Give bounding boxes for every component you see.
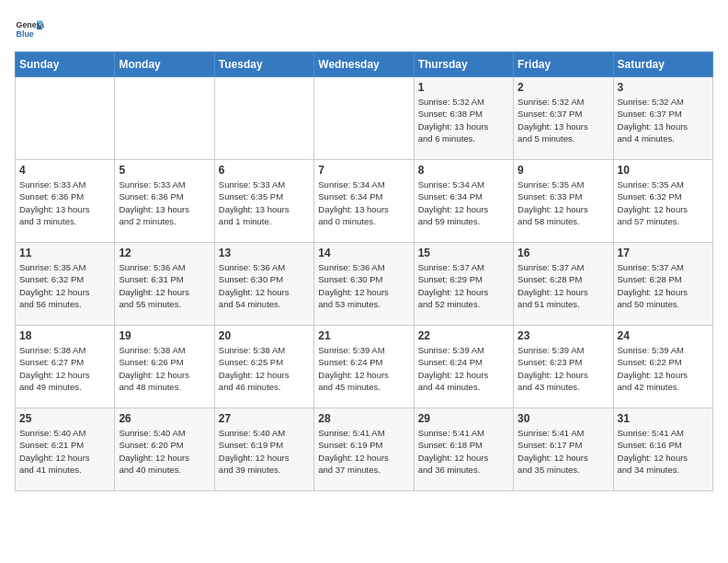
week-row-4: 18Sunrise: 5:38 AM Sunset: 6:27 PM Dayli… [16,326,713,408]
cell-2-6: 17Sunrise: 5:37 AM Sunset: 6:28 PM Dayli… [613,243,712,326]
cell-content: Sunrise: 5:36 AM Sunset: 6:30 PM Dayligh… [318,261,409,310]
cell-content: Sunrise: 5:37 AM Sunset: 6:28 PM Dayligh… [618,261,709,310]
day-number: 9 [518,164,609,177]
day-number: 13 [219,247,310,259]
cell-content: Sunrise: 5:41 AM Sunset: 6:19 PM Dayligh… [318,427,409,476]
header-tuesday: Tuesday [214,52,313,77]
week-row-2: 4Sunrise: 5:33 AM Sunset: 6:36 PM Daylig… [16,160,713,243]
cell-content: Sunrise: 5:35 AM Sunset: 6:32 PM Dayligh… [19,261,110,310]
cell-2-4: 15Sunrise: 5:37 AM Sunset: 6:29 PM Dayli… [414,243,513,326]
day-number: 12 [119,247,210,259]
cell-content: Sunrise: 5:40 AM Sunset: 6:21 PM Dayligh… [19,427,110,476]
cell-3-0: 18Sunrise: 5:38 AM Sunset: 6:27 PM Dayli… [16,326,115,408]
day-number: 2 [518,81,609,94]
cell-0-6: 3Sunrise: 5:32 AM Sunset: 6:37 PM Daylig… [613,77,712,160]
cell-3-4: 22Sunrise: 5:39 AM Sunset: 6:24 PM Dayli… [414,326,513,408]
cell-4-5: 30Sunrise: 5:41 AM Sunset: 6:17 PM Dayli… [514,408,613,491]
cell-2-0: 11Sunrise: 5:35 AM Sunset: 6:32 PM Dayli… [16,243,115,326]
cell-4-0: 25Sunrise: 5:40 AM Sunset: 6:21 PM Dayli… [16,408,115,491]
day-number: 30 [518,412,609,425]
header-wednesday: Wednesday [314,52,414,77]
cell-content: Sunrise: 5:40 AM Sunset: 6:19 PM Dayligh… [219,427,310,476]
cell-content: Sunrise: 5:32 AM Sunset: 6:37 PM Dayligh… [518,96,609,144]
cell-0-2 [214,77,313,160]
cell-2-1: 12Sunrise: 5:36 AM Sunset: 6:31 PM Dayli… [115,243,214,326]
calendar-table: SundayMondayTuesdayWednesdayThursdayFrid… [15,52,713,491]
calendar-header: SundayMondayTuesdayWednesdayThursdayFrid… [16,52,713,77]
day-number: 7 [318,164,409,177]
cell-content: Sunrise: 5:35 AM Sunset: 6:33 PM Dayligh… [518,178,609,227]
cell-content: Sunrise: 5:32 AM Sunset: 6:37 PM Dayligh… [618,96,709,144]
day-number: 23 [518,329,609,342]
cell-content: Sunrise: 5:33 AM Sunset: 6:36 PM Dayligh… [119,178,210,227]
cell-2-3: 14Sunrise: 5:36 AM Sunset: 6:30 PM Dayli… [314,243,414,326]
svg-text:Blue: Blue [17,29,34,39]
cell-content: Sunrise: 5:39 AM Sunset: 6:24 PM Dayligh… [318,344,409,393]
cell-1-4: 8Sunrise: 5:34 AM Sunset: 6:34 PM Daylig… [414,160,513,243]
day-number: 5 [119,164,210,177]
cell-content: Sunrise: 5:35 AM Sunset: 6:32 PM Dayligh… [618,178,709,227]
cell-1-5: 9Sunrise: 5:35 AM Sunset: 6:33 PM Daylig… [514,160,613,243]
cell-content: Sunrise: 5:37 AM Sunset: 6:28 PM Dayligh… [518,261,609,310]
cell-content: Sunrise: 5:34 AM Sunset: 6:34 PM Dayligh… [418,178,509,227]
day-number: 22 [418,329,509,342]
header-thursday: Thursday [414,52,513,77]
header-sunday: Sunday [16,52,115,77]
day-number: 8 [418,164,509,177]
logo-icon: General Blue [15,15,44,44]
cell-4-4: 29Sunrise: 5:41 AM Sunset: 6:18 PM Dayli… [414,408,513,491]
cell-1-2: 6Sunrise: 5:33 AM Sunset: 6:35 PM Daylig… [214,160,313,243]
cell-1-6: 10Sunrise: 5:35 AM Sunset: 6:32 PM Dayli… [613,160,712,243]
cell-1-3: 7Sunrise: 5:34 AM Sunset: 6:34 PM Daylig… [314,160,414,243]
cell-3-3: 21Sunrise: 5:39 AM Sunset: 6:24 PM Dayli… [314,326,414,408]
day-number: 4 [19,164,110,177]
cell-3-2: 20Sunrise: 5:38 AM Sunset: 6:25 PM Dayli… [214,326,313,408]
cell-3-1: 19Sunrise: 5:38 AM Sunset: 6:26 PM Dayli… [115,326,214,408]
cell-4-6: 31Sunrise: 5:41 AM Sunset: 6:16 PM Dayli… [613,408,712,491]
cell-0-4: 1Sunrise: 5:32 AM Sunset: 6:38 PM Daylig… [414,77,513,160]
week-row-5: 25Sunrise: 5:40 AM Sunset: 6:21 PM Dayli… [16,408,713,491]
cell-content: Sunrise: 5:33 AM Sunset: 6:36 PM Dayligh… [19,178,110,227]
cell-0-1 [115,77,214,160]
cell-1-0: 4Sunrise: 5:33 AM Sunset: 6:36 PM Daylig… [16,160,115,243]
cell-2-5: 16Sunrise: 5:37 AM Sunset: 6:28 PM Dayli… [514,243,613,326]
day-number: 10 [618,164,709,177]
cell-0-5: 2Sunrise: 5:32 AM Sunset: 6:37 PM Daylig… [514,77,613,160]
days-of-week-row: SundayMondayTuesdayWednesdayThursdayFrid… [16,52,713,77]
header-monday: Monday [115,52,214,77]
day-number: 29 [418,412,509,425]
day-number: 17 [618,247,709,259]
day-number: 1 [418,81,509,94]
cell-content: Sunrise: 5:39 AM Sunset: 6:24 PM Dayligh… [418,344,509,393]
cell-content: Sunrise: 5:38 AM Sunset: 6:27 PM Dayligh… [19,344,110,393]
calendar-body: 1Sunrise: 5:32 AM Sunset: 6:38 PM Daylig… [16,77,713,491]
cell-content: Sunrise: 5:41 AM Sunset: 6:18 PM Dayligh… [418,427,509,476]
cell-content: Sunrise: 5:33 AM Sunset: 6:35 PM Dayligh… [219,178,310,227]
day-number: 19 [119,329,210,342]
cell-content: Sunrise: 5:41 AM Sunset: 6:16 PM Dayligh… [618,427,709,476]
cell-0-3 [314,77,414,160]
day-number: 26 [119,412,210,425]
cell-content: Sunrise: 5:38 AM Sunset: 6:26 PM Dayligh… [119,344,210,393]
week-row-1: 1Sunrise: 5:32 AM Sunset: 6:38 PM Daylig… [16,77,713,160]
day-number: 14 [318,247,409,259]
day-number: 6 [219,164,310,177]
cell-4-2: 27Sunrise: 5:40 AM Sunset: 6:19 PM Dayli… [214,408,313,491]
cell-1-1: 5Sunrise: 5:33 AM Sunset: 6:36 PM Daylig… [115,160,214,243]
day-number: 24 [618,329,709,342]
logo: General Blue [15,15,44,44]
cell-content: Sunrise: 5:34 AM Sunset: 6:34 PM Dayligh… [318,178,409,227]
day-number: 21 [318,329,409,342]
cell-2-2: 13Sunrise: 5:36 AM Sunset: 6:30 PM Dayli… [214,243,313,326]
header-friday: Friday [514,52,613,77]
cell-3-6: 24Sunrise: 5:39 AM Sunset: 6:22 PM Dayli… [613,326,712,408]
day-number: 31 [618,412,709,425]
cell-4-3: 28Sunrise: 5:41 AM Sunset: 6:19 PM Dayli… [314,408,414,491]
week-row-3: 11Sunrise: 5:35 AM Sunset: 6:32 PM Dayli… [16,243,713,326]
day-number: 27 [219,412,310,425]
cell-3-5: 23Sunrise: 5:39 AM Sunset: 6:23 PM Dayli… [514,326,613,408]
cell-content: Sunrise: 5:38 AM Sunset: 6:25 PM Dayligh… [219,344,310,393]
day-number: 11 [19,247,110,259]
cell-4-1: 26Sunrise: 5:40 AM Sunset: 6:20 PM Dayli… [115,408,214,491]
cell-content: Sunrise: 5:41 AM Sunset: 6:17 PM Dayligh… [518,427,609,476]
